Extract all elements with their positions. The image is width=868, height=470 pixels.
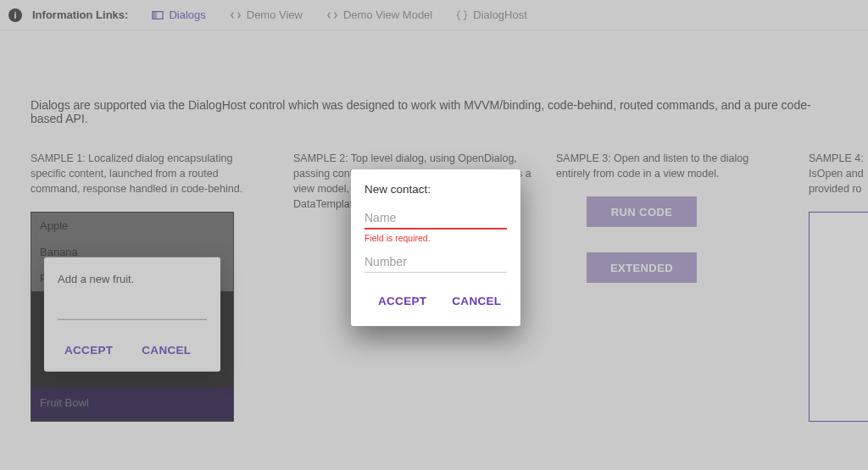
sample-4-title: SAMPLE 4: IsOpen and provided ro +: [809, 151, 868, 196]
sample-4-host: [809, 212, 868, 422]
link-dialoghost[interactable]: DialogHost: [456, 8, 527, 21]
contact-name-input[interactable]: [364, 207, 507, 229]
sample-3: SAMPLE 3: Open and listen to the dialog …: [556, 151, 785, 308]
link-label: Dialogs: [169, 8, 205, 21]
cancel-button[interactable]: CANCEL: [450, 290, 503, 312]
name-error-text: Field is required.: [364, 233, 507, 243]
sample-1-title: SAMPLE 1: Localized dialog encapsulating…: [31, 151, 270, 196]
info-links-heading: Information Links:: [32, 8, 128, 21]
link-demo-view[interactable]: Demo View: [230, 8, 303, 21]
sample-3-title: SAMPLE 3: Open and listen to the dialog …: [556, 151, 785, 181]
dialog-heading: New contact:: [364, 183, 507, 196]
fruit-panel: Apple Banana P Fruit Bowl Add a new frui…: [31, 212, 234, 422]
extended-button[interactable]: EXTENDED: [587, 252, 697, 283]
accept-button[interactable]: ACCEPT: [376, 290, 428, 312]
link-demo-view-model[interactable]: Demo View Model: [326, 8, 432, 21]
cancel-button[interactable]: CANCEL: [140, 339, 192, 362]
sample-4: SAMPLE 4: IsOpen and provided ro +: [809, 151, 868, 422]
link-dialogs[interactable]: Dialogs: [152, 8, 205, 21]
fruit-name-input[interactable]: [58, 305, 207, 320]
intro-text: Dialogs are supported via the DialogHost…: [31, 98, 837, 125]
code-icon: [230, 9, 242, 21]
svg-rect-1: [153, 11, 157, 19]
link-label: Demo View: [247, 8, 303, 21]
dialog-title: Add a new fruit.: [58, 273, 207, 285]
code-icon: [326, 9, 338, 21]
link-label: DialogHost: [473, 8, 527, 21]
add-fruit-dialog: Add a new fruit. ACCEPT CANCEL: [44, 257, 220, 372]
braces-icon: [456, 9, 468, 21]
sample-4-title-text: SAMPLE 4: IsOpen and provided ro: [809, 152, 864, 195]
new-contact-dialog: New contact: Field is required. ACCEPT C…: [351, 169, 520, 326]
accept-button[interactable]: ACCEPT: [63, 339, 114, 362]
contact-number-input[interactable]: [364, 252, 507, 273]
link-label: Demo View Model: [343, 8, 432, 21]
info-toolbar: i Information Links: Dialogs Demo View D…: [0, 0, 868, 30]
info-icon: i: [8, 8, 22, 22]
xaml-icon: [152, 9, 164, 21]
run-code-button[interactable]: RUN CODE: [587, 196, 697, 227]
sample-1: SAMPLE 1: Localized dialog encapsulating…: [31, 151, 270, 422]
